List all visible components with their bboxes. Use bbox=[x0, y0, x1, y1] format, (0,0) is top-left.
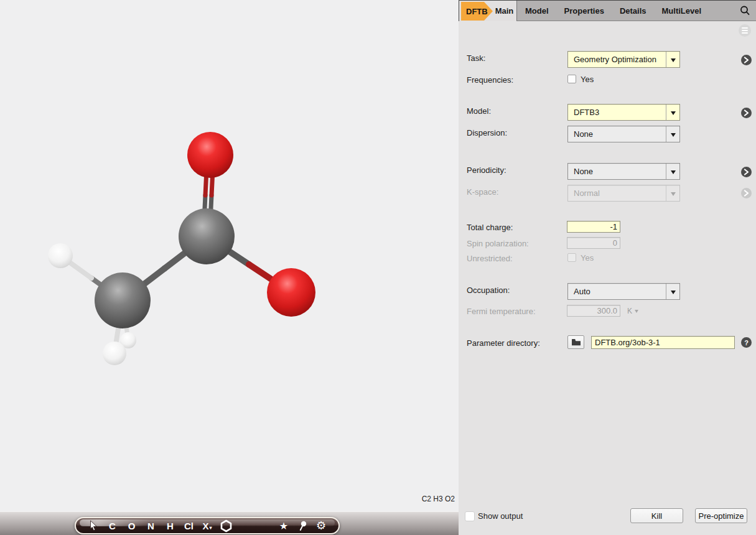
total-charge-input[interactable]: -1 bbox=[567, 221, 620, 233]
unrestricted-checkbox-label: Yes bbox=[581, 253, 594, 263]
task-label: Task: bbox=[467, 54, 485, 63]
molecule-viewport[interactable]: C2 H3 O2 bbox=[0, 0, 459, 511]
viewport-status-band: C O N H Cl X ▾ ★ ⚙ bbox=[0, 511, 459, 535]
element-tool-h[interactable]: H bbox=[161, 518, 180, 533]
element-tool-o[interactable]: O bbox=[122, 518, 141, 533]
element-tool-x-picker[interactable]: X ▾ bbox=[198, 518, 217, 533]
main-form: Task: Geometry Optimization Frequencies:… bbox=[459, 21, 756, 535]
panel-tab-bar: DFTB Main Model Properties Details Multi… bbox=[459, 0, 756, 21]
dispersion-dropdown[interactable]: None bbox=[567, 126, 680, 142]
atom-O[interactable] bbox=[187, 132, 233, 178]
cursor-arrow-icon bbox=[89, 520, 98, 531]
parameter-directory-label: Parameter directory: bbox=[467, 338, 540, 348]
chevron-right-icon bbox=[744, 57, 749, 63]
tab-properties[interactable]: Properties bbox=[564, 6, 604, 16]
kspace-dropdown: Normal bbox=[567, 185, 680, 202]
tab-bar-inactive-group: Model Properties Details MultiLevel bbox=[516, 1, 756, 21]
tab-dftb-menu[interactable]: DFTB bbox=[461, 2, 493, 21]
kill-button[interactable]: Kill bbox=[630, 508, 683, 523]
atom-C[interactable] bbox=[95, 272, 151, 328]
occupation-dropdown[interactable]: Auto bbox=[567, 283, 680, 300]
periodicity-label: Periodicity: bbox=[467, 165, 506, 175]
parameter-directory-help-button[interactable]: ? bbox=[741, 337, 752, 348]
unrestricted-label: Unrestricted: bbox=[467, 254, 513, 263]
fermi-temperature-label: Fermi temperature: bbox=[467, 307, 536, 316]
tab-model[interactable]: Model bbox=[525, 6, 549, 16]
dropdown-arrow-icon bbox=[666, 105, 679, 120]
task-detail-chevron[interactable] bbox=[741, 55, 752, 65]
task-dropdown[interactable]: Geometry Optimization bbox=[567, 51, 680, 68]
kspace-label: K-space: bbox=[467, 187, 498, 197]
fermi-temperature-unit-dropdown: K bbox=[627, 307, 638, 315]
frequencies-checkbox[interactable] bbox=[567, 75, 576, 83]
total-charge-label: Total charge: bbox=[467, 223, 513, 232]
atom-O[interactable] bbox=[267, 268, 315, 317]
frequencies-checkbox-label: Yes bbox=[581, 75, 594, 84]
fermi-temperature-input: 300.0 bbox=[567, 305, 620, 317]
dropdown-arrow-icon bbox=[666, 126, 679, 142]
kspace-detail-chevron bbox=[741, 188, 752, 198]
parameter-directory-input[interactable]: DFTB.org/3ob-3-1 bbox=[591, 336, 735, 349]
element-tool-c[interactable]: C bbox=[103, 518, 122, 533]
periodicity-dropdown[interactable]: None bbox=[567, 163, 680, 180]
show-output-label: Show output bbox=[478, 511, 523, 521]
periodicity-detail-chevron[interactable] bbox=[741, 167, 752, 177]
element-tool-cl[interactable]: Cl bbox=[180, 518, 198, 533]
occupation-label: Occupation: bbox=[467, 286, 510, 295]
pin-tool[interactable] bbox=[293, 518, 312, 533]
atom-toolbar: C O N H Cl X ▾ ★ ⚙ bbox=[75, 517, 340, 534]
structure-template-tool[interactable]: ★ bbox=[274, 518, 293, 533]
folder-icon bbox=[571, 338, 581, 346]
model-detail-chevron[interactable] bbox=[741, 108, 752, 118]
element-tool-n[interactable]: N bbox=[141, 518, 161, 533]
pin-balloon-icon bbox=[298, 521, 307, 531]
molecule-formula-label: C2 H3 O2 bbox=[422, 495, 455, 503]
gear-icon: ⚙ bbox=[316, 519, 326, 533]
frequencies-label: Frequencies: bbox=[467, 75, 513, 85]
dropdown-arrow-icon bbox=[666, 284, 679, 299]
dropdown-arrow-icon bbox=[666, 52, 679, 67]
tab-main[interactable]: Main bbox=[492, 1, 516, 21]
ring-tool[interactable] bbox=[217, 518, 235, 533]
model-label: Model: bbox=[467, 106, 491, 116]
browse-folder-button[interactable] bbox=[567, 335, 584, 349]
dftb-input-panel: DFTB Main Model Properties Details Multi… bbox=[459, 0, 756, 535]
chevron-right-icon bbox=[744, 169, 749, 175]
dropdown-arrow-icon bbox=[666, 164, 679, 179]
chevron-down-icon: ▾ bbox=[210, 525, 212, 531]
hexagon-ring-icon bbox=[220, 519, 232, 533]
atom-H[interactable] bbox=[48, 243, 73, 268]
tab-multilevel[interactable]: MultiLevel bbox=[662, 6, 702, 16]
atom-H[interactable] bbox=[103, 342, 126, 365]
tab-details[interactable]: Details bbox=[620, 6, 646, 16]
chevron-right-icon bbox=[744, 109, 749, 116]
molecule-canvas[interactable] bbox=[0, 0, 459, 511]
chevron-right-icon bbox=[744, 190, 749, 197]
dropdown-arrow-icon bbox=[666, 185, 679, 201]
unrestricted-checkbox bbox=[567, 253, 576, 262]
pre-optimize-button[interactable]: Pre-optimize bbox=[695, 508, 747, 523]
spin-polarization-input: 0 bbox=[567, 237, 620, 249]
select-cursor-tool[interactable] bbox=[84, 518, 103, 533]
search-icon bbox=[739, 5, 750, 16]
search-button[interactable] bbox=[739, 5, 750, 16]
spin-polarization-label: Spin polarization: bbox=[467, 239, 529, 248]
model-dropdown[interactable]: DFTB3 bbox=[567, 104, 680, 121]
atom-C[interactable] bbox=[179, 208, 235, 264]
dispersion-label: Dispersion: bbox=[467, 128, 507, 137]
show-output-checkbox[interactable] bbox=[465, 511, 475, 521]
settings-tool[interactable]: ⚙ bbox=[312, 518, 330, 533]
amsinput-dftb-window: C2 H3 O2 C O N H Cl X ▾ ★ bbox=[0, 0, 756, 535]
star-icon: ★ bbox=[279, 520, 288, 532]
